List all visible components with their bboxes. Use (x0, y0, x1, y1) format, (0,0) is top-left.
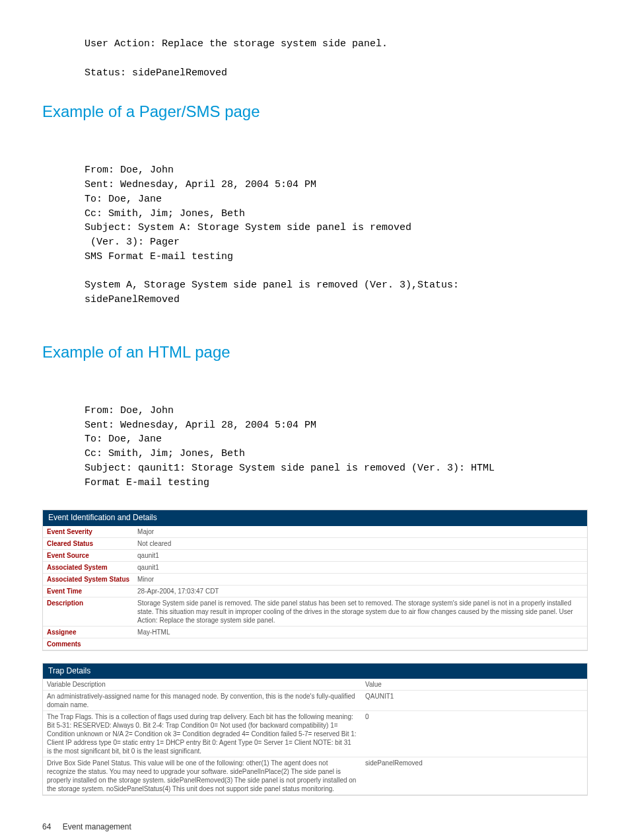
event-row: DescriptionStorage System side panel is … (43, 597, 587, 626)
event-row-value: qaunit1 (133, 549, 587, 561)
event-row-value: 28-Apr-2004, 17:03:47 CDT (133, 585, 587, 597)
trap-row: An administratively-assigned name for th… (43, 691, 587, 711)
pager-body-2: sidePanelRemoved (85, 294, 180, 305)
event-row-label: Comments (43, 638, 133, 650)
event-row: Associated System StatusMinor (43, 573, 587, 585)
html-format: Format E-mail testing (85, 477, 209, 488)
trap-details-panel: Trap Details Variable Description Value … (42, 663, 588, 796)
html-email-block: From: Doe, John Sent: Wednesday, April 2… (85, 404, 588, 490)
trap-row-desc: An administratively-assigned name for th… (43, 691, 361, 711)
event-row-value: Storage System side panel is removed. Th… (133, 597, 587, 626)
trap-row-value: 0 (361, 711, 587, 757)
pager-from: From: Doe, John (85, 165, 174, 176)
event-row-label: Event Severity (43, 526, 133, 538)
event-row: Event SeverityMajor (43, 526, 587, 538)
pager-sent: Sent: Wednesday, April 28, 2004 5:04 PM (85, 179, 316, 190)
event-row: Event Time28-Apr-2004, 17:03:47 CDT (43, 585, 587, 597)
html-from: From: Doe, John (85, 405, 174, 416)
event-row-label: Associated System (43, 561, 133, 573)
event-row: Event Sourceqaunit1 (43, 549, 587, 561)
html-to: To: Doe, Jane (85, 434, 162, 445)
event-row-label: Event Time (43, 585, 133, 597)
event-row: Cleared StatusNot cleared (43, 537, 587, 549)
pager-subject-1: Subject: System A: Storage System side p… (85, 222, 411, 233)
event-row-label: Cleared Status (43, 537, 133, 549)
event-row-value: May-HTML (133, 626, 587, 638)
pager-body-1: System A, Storage System side panel is r… (85, 280, 459, 291)
trap-row-desc: Drive Box Side Panel Status. This value … (43, 757, 361, 795)
html-sent: Sent: Wednesday, April 28, 2004 5:04 PM (85, 420, 316, 431)
event-row-value (133, 638, 587, 650)
event-row-value: Minor (133, 573, 587, 585)
event-table: Event SeverityMajorCleared StatusNot cle… (43, 526, 587, 650)
footer-title: Event management (63, 822, 131, 831)
html-cc: Cc: Smith, Jim; Jones, Beth (85, 448, 245, 459)
trap-header-desc: Variable Description (43, 679, 361, 691)
page-footer: 64 Event management (42, 822, 588, 831)
event-row-label: Event Source (43, 549, 133, 561)
trap-header-row: Variable Description Value (43, 679, 587, 691)
pager-subject-2: (Ver. 3): Pager (85, 237, 180, 248)
event-row-label: Description (43, 597, 133, 626)
html-subject: Subject: qaunit1: Storage System side pa… (85, 463, 495, 474)
heading-pager: Example of a Pager/SMS page (42, 102, 588, 121)
event-row: Comments (43, 638, 587, 650)
trap-row-value: sidePanelRemoved (361, 757, 587, 795)
trap-row: Drive Box Side Panel Status. This value … (43, 757, 587, 795)
heading-html: Example of an HTML page (42, 343, 588, 362)
intro-block: User Action: Replace the storage system … (85, 37, 588, 80)
trap-table: Variable Description Value An administra… (43, 679, 587, 795)
trap-panel-title: Trap Details (43, 664, 587, 679)
event-row-label: Assignee (43, 626, 133, 638)
trap-row: The Trap Flags. This is a collection of … (43, 711, 587, 757)
intro-user-action: User Action: Replace the storage system … (85, 38, 388, 50)
event-identification-panel: Event Identification and Details Event S… (42, 510, 588, 651)
page-number: 64 (42, 822, 51, 831)
trap-header-val: Value (361, 679, 587, 691)
trap-row-desc: The Trap Flags. This is a collection of … (43, 711, 361, 757)
event-row: Associated Systemqaunit1 (43, 561, 587, 573)
event-row-value: qaunit1 (133, 561, 587, 573)
event-row-label: Associated System Status (43, 573, 133, 585)
event-row-value: Not cleared (133, 537, 587, 549)
trap-row-value: QAUNIT1 (361, 691, 587, 711)
event-row-value: Major (133, 526, 587, 538)
intro-status: Status: sidePanelRemoved (85, 67, 227, 79)
pager-format: SMS Format E-mail testing (85, 251, 233, 262)
pager-cc: Cc: Smith, Jim; Jones, Beth (85, 208, 245, 219)
pager-to: To: Doe, Jane (85, 194, 162, 205)
event-row: AssigneeMay-HTML (43, 626, 587, 638)
event-panel-title: Event Identification and Details (43, 510, 587, 526)
pager-email-block: From: Doe, John Sent: Wednesday, April 2… (85, 163, 588, 307)
